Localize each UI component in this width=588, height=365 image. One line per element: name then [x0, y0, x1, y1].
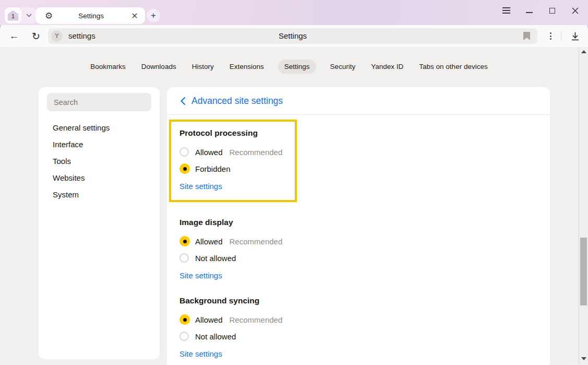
sidebar-item-websites[interactable]: Websites: [39, 170, 160, 186]
nav-tab-security[interactable]: Security: [329, 60, 357, 74]
browser-window: 1 ⚙ Settings ✕ +: [0, 0, 588, 365]
sidebar-item-tools[interactable]: Tools: [39, 153, 160, 170]
radio-unselected-icon[interactable]: [179, 253, 189, 263]
browser-menu-button[interactable]: [497, 3, 515, 18]
site-settings-link[interactable]: Site settings: [179, 182, 222, 191]
close-window-button[interactable]: [566, 3, 584, 18]
settings-main-panel: Advanced site settings Protocol processi…: [167, 87, 550, 365]
tab-count-badge: 1: [8, 10, 18, 21]
section-protocol-processing: Protocol processingAllowedRecommendedFor…: [179, 128, 295, 191]
radio-option-allowed[interactable]: AllowedRecommended: [179, 144, 295, 160]
page-title: Settings: [48, 28, 537, 44]
radio-option-allowed[interactable]: AllowedRecommended: [179, 233, 550, 250]
section-background-syncing: Background syncingAllowedRecommendedNot …: [179, 296, 550, 359]
gear-icon: ⚙: [45, 11, 53, 20]
tab-counter-control[interactable]: 1: [5, 7, 37, 23]
radio-label: Allowed: [195, 237, 223, 246]
nav-tab-yandex-id[interactable]: Yandex ID: [369, 60, 405, 74]
hamburger-icon: [502, 7, 510, 14]
section-title: Image display: [179, 218, 550, 227]
radio-unselected-icon[interactable]: [179, 147, 189, 157]
nav-tab-settings[interactable]: Settings: [278, 60, 316, 74]
radio-label: Not allowed: [195, 254, 236, 263]
section-image-display: Image displayAllowedRecommendedNot allow…: [179, 218, 550, 280]
settings-sidebar: Search General settingsInterfaceToolsWeb…: [39, 87, 160, 359]
settings-sections: Protocol processingAllowedRecommendedFor…: [167, 115, 550, 359]
nav-tab-bookmarks[interactable]: Bookmarks: [89, 60, 127, 74]
scrollbar-thumb[interactable]: [580, 238, 587, 305]
section-title: Protocol processing: [179, 128, 295, 138]
browser-tab-settings[interactable]: ⚙ Settings ✕: [35, 7, 145, 24]
recommended-note: Recommended: [230, 315, 283, 324]
radio-selected-icon[interactable]: [179, 236, 190, 246]
vertical-scrollbar[interactable]: [579, 47, 588, 364]
maximize-button[interactable]: [543, 3, 561, 18]
radio-label: Allowed: [195, 148, 223, 157]
downloads-button[interactable]: [567, 29, 583, 43]
sidebar-item-interface[interactable]: Interface: [39, 136, 160, 153]
radio-label: Forbidden: [195, 164, 231, 173]
sidebar-item-general-settings[interactable]: General settings: [39, 120, 160, 136]
settings-nav-tabs: BookmarksDownloadsHistoryExtensionsSetti…: [0, 60, 578, 74]
nav-tab-extensions[interactable]: Extensions: [228, 60, 266, 74]
minimize-icon: [526, 12, 533, 13]
tab-strip: 1 ⚙ Settings ✕ +: [0, 0, 588, 25]
tab-list-dropdown-button[interactable]: [21, 7, 37, 23]
nav-tab-history[interactable]: History: [190, 60, 215, 74]
radio-option-not-allowed[interactable]: Not allowed: [179, 328, 550, 345]
tab-close-icon[interactable]: ✕: [129, 10, 140, 21]
nav-tab-downloads[interactable]: Downloads: [140, 60, 178, 74]
url-text: settings: [68, 28, 95, 44]
recommended-note: Recommended: [230, 237, 283, 246]
radio-selected-icon[interactable]: [179, 163, 190, 174]
radio-label: Not allowed: [195, 332, 236, 341]
close-icon: [572, 7, 579, 14]
tab-title: Settings: [53, 12, 129, 20]
window-controls: [497, 3, 584, 18]
site-settings-link[interactable]: Site settings: [179, 271, 222, 280]
page-content: BookmarksDownloadsHistoryExtensionsSetti…: [0, 47, 588, 365]
radio-option-allowed[interactable]: AllowedRecommended: [179, 311, 550, 328]
tab-counter-button[interactable]: 1: [5, 7, 21, 23]
back-button[interactable]: ←: [5, 27, 23, 45]
bookmark-icon[interactable]: [523, 32, 530, 40]
sidebar-list: General settingsInterfaceToolsWebsitesSy…: [39, 120, 160, 203]
advanced-site-settings-header[interactable]: Advanced site settings: [167, 87, 550, 115]
scroll-down-icon[interactable]: [581, 357, 586, 360]
nav-tab-tabs-on-other-devices[interactable]: Tabs on other devices: [417, 60, 489, 74]
highlight-outline: Protocol processingAllowedRecommendedFor…: [169, 120, 297, 202]
toolbar-more-button[interactable]: [546, 31, 555, 41]
site-icon[interactable]: Y: [51, 30, 63, 42]
toolbar-divider: [561, 31, 561, 41]
sidebar-item-system[interactable]: System: [39, 186, 160, 203]
minimize-button[interactable]: [520, 3, 538, 18]
reload-button[interactable]: ↻: [27, 27, 45, 45]
radio-option-forbidden[interactable]: Forbidden: [179, 160, 295, 177]
chevron-down-icon: [26, 14, 32, 17]
radio-label: Allowed: [195, 315, 223, 324]
maximize-icon: [549, 8, 555, 14]
url-bar[interactable]: Y settings Settings: [48, 28, 537, 44]
radio-option-not-allowed[interactable]: Not allowed: [179, 250, 550, 266]
page-heading: Advanced site settings: [191, 96, 283, 107]
section-title: Background syncing: [179, 296, 550, 305]
site-settings-link[interactable]: Site settings: [179, 349, 222, 358]
back-chevron-icon: [181, 97, 186, 105]
download-icon: [571, 32, 580, 41]
radio-unselected-icon[interactable]: [179, 332, 189, 341]
address-toolbar: ← ↻ Y settings Settings: [0, 25, 588, 47]
recommended-note: Recommended: [230, 148, 283, 157]
radio-selected-icon[interactable]: [179, 314, 190, 325]
new-tab-button[interactable]: +: [147, 9, 160, 22]
search-input[interactable]: Search: [47, 93, 151, 111]
scroll-up-icon[interactable]: [581, 50, 586, 53]
